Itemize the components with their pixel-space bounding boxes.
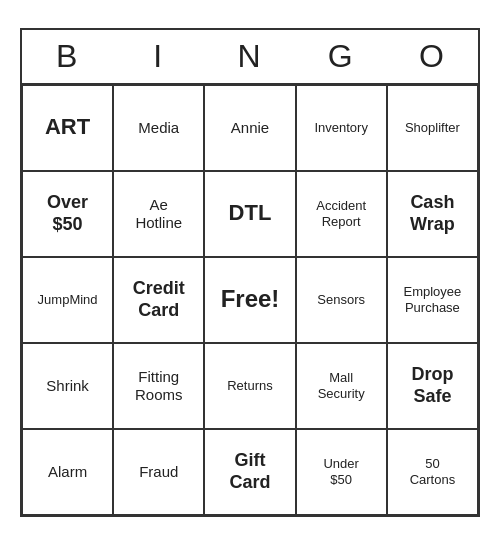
cell-text: GiftCard	[229, 450, 270, 493]
bingo-cell: Annie	[204, 85, 295, 171]
cell-text: DTL	[229, 200, 272, 226]
bingo-cell: Shoplifter	[387, 85, 478, 171]
cell-text: CreditCard	[133, 278, 185, 321]
cell-text: JumpMind	[38, 292, 98, 308]
bingo-cell: Media	[113, 85, 204, 171]
bingo-cell: JumpMind	[22, 257, 113, 343]
cell-text: Shoplifter	[405, 120, 460, 136]
cell-text: DropSafe	[411, 364, 453, 407]
cell-text: Annie	[231, 119, 269, 137]
cell-text: Alarm	[48, 463, 87, 481]
header-letter: I	[113, 30, 204, 83]
bingo-cell: FittingRooms	[113, 343, 204, 429]
cell-text: Inventory	[314, 120, 367, 136]
header-letter: G	[296, 30, 387, 83]
cell-text: AeHotline	[135, 196, 182, 232]
header-letter: B	[22, 30, 113, 83]
bingo-grid: ARTMediaAnnieInventoryShoplifterOver$50A…	[22, 85, 478, 515]
cell-text: CashWrap	[410, 192, 455, 235]
cell-text: ART	[45, 114, 90, 140]
cell-text: AccidentReport	[316, 198, 366, 229]
bingo-cell: 50Cartons	[387, 429, 478, 515]
bingo-cell: GiftCard	[204, 429, 295, 515]
bingo-cell: AccidentReport	[296, 171, 387, 257]
bingo-cell: Shrink	[22, 343, 113, 429]
cell-text: Under$50	[323, 456, 358, 487]
cell-text: FittingRooms	[135, 368, 183, 404]
header-letter: N	[204, 30, 295, 83]
bingo-header: BINGO	[22, 30, 478, 85]
bingo-cell: ART	[22, 85, 113, 171]
bingo-cell: Fraud	[113, 429, 204, 515]
bingo-card: BINGO ARTMediaAnnieInventoryShoplifterOv…	[20, 28, 480, 517]
bingo-cell: MallSecurity	[296, 343, 387, 429]
cell-text: 50Cartons	[410, 456, 456, 487]
bingo-cell: Under$50	[296, 429, 387, 515]
cell-text: Sensors	[317, 292, 365, 308]
bingo-cell: Alarm	[22, 429, 113, 515]
cell-text: Shrink	[46, 377, 89, 395]
cell-text: Returns	[227, 378, 273, 394]
bingo-cell: CashWrap	[387, 171, 478, 257]
header-letter: O	[387, 30, 478, 83]
cell-text: Fraud	[139, 463, 178, 481]
bingo-cell: Free!	[204, 257, 295, 343]
bingo-cell: AeHotline	[113, 171, 204, 257]
cell-text: Over$50	[47, 192, 88, 235]
cell-text: EmployeePurchase	[403, 284, 461, 315]
cell-text: Free!	[221, 285, 280, 314]
bingo-cell: EmployeePurchase	[387, 257, 478, 343]
bingo-cell: DropSafe	[387, 343, 478, 429]
bingo-cell: DTL	[204, 171, 295, 257]
cell-text: Media	[138, 119, 179, 137]
bingo-cell: Over$50	[22, 171, 113, 257]
bingo-cell: CreditCard	[113, 257, 204, 343]
bingo-cell: Returns	[204, 343, 295, 429]
bingo-cell: Sensors	[296, 257, 387, 343]
cell-text: MallSecurity	[318, 370, 365, 401]
bingo-cell: Inventory	[296, 85, 387, 171]
